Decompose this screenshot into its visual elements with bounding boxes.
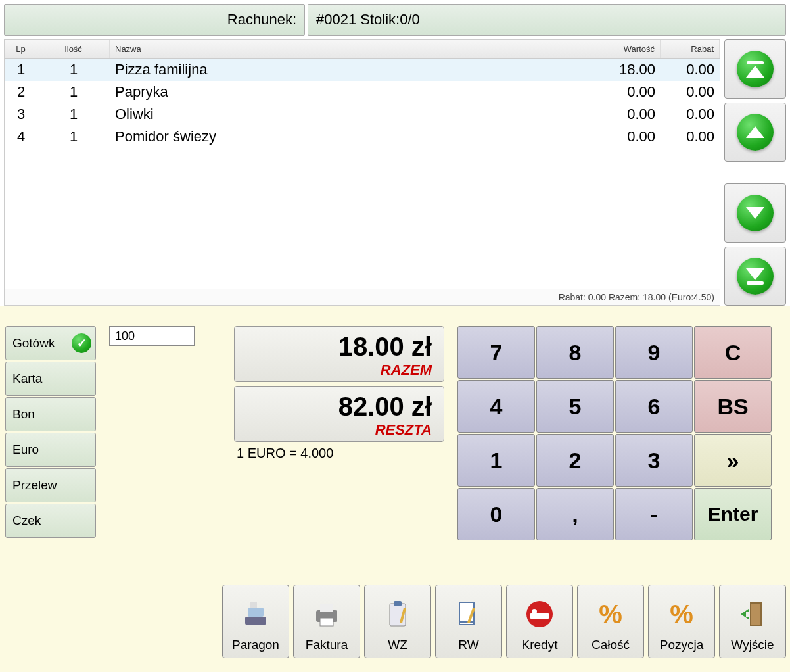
col-lp: Lp: [5, 40, 37, 58]
cash-register-icon: [237, 596, 274, 633]
col-wartosc: Wartość: [601, 40, 661, 58]
cell-nazwa: Oliwki: [110, 105, 601, 124]
total-razem-label: RAZEM: [246, 362, 432, 379]
payment-czek[interactable]: Czek: [5, 504, 96, 538]
total-reszta-label: RESZTA: [246, 421, 432, 439]
table-row[interactable]: 11Pizza familijna18.000.00: [5, 59, 720, 81]
key-backspace[interactable]: BS: [694, 380, 772, 433]
svg-point-14: [532, 609, 537, 614]
cell-lp: 3: [5, 105, 37, 124]
payment-bon[interactable]: Bon: [5, 397, 96, 431]
key-7[interactable]: 7: [457, 326, 535, 379]
key-9[interactable]: 9: [615, 326, 693, 379]
key-0[interactable]: 0: [457, 488, 535, 540]
euro-rate: 1 EURO = 4.000: [234, 446, 444, 461]
total-reszta: 82.00 zł RESZTA: [234, 386, 444, 442]
cell-lp: 1: [5, 60, 37, 80]
bill-info: #0021 Stolik:0/0: [308, 4, 786, 36]
cell-rabat: 0.00: [661, 82, 720, 102]
svg-rect-7: [394, 601, 402, 606]
action-label: Wyjście: [731, 638, 774, 652]
payment-label: Euro: [12, 443, 39, 457]
grid-footer: Rabat: 0.00 Razem: 18.00 (Euro:4.50): [4, 289, 720, 306]
key-5[interactable]: 5: [536, 380, 614, 433]
action-pozycja[interactable]: %Pozycja: [648, 585, 715, 658]
key-clear[interactable]: C: [694, 326, 772, 379]
bill-label: Rachunek:: [4, 4, 305, 36]
action-label: RW: [458, 638, 478, 652]
scroll-down-button[interactable]: [724, 183, 786, 243]
key-forward[interactable]: »: [694, 434, 772, 487]
table-row[interactable]: 21Papryka0.000.00: [5, 81, 720, 103]
key-3[interactable]: 3: [615, 434, 693, 487]
payment-label: Przelew: [12, 478, 57, 492]
svg-text:%: %: [670, 600, 693, 629]
cell-lp: 2: [5, 82, 37, 102]
bed-icon: [521, 596, 558, 633]
cell-wartosc: 0.00: [601, 127, 661, 147]
svg-rect-1: [248, 608, 264, 617]
scroll-top-button[interactable]: [724, 39, 786, 99]
percent-icon: %: [592, 596, 629, 633]
key-2[interactable]: 2: [536, 434, 614, 487]
action-buttons: ParagonFakturaWZRWKredyt%Całość%PozycjaW…: [222, 585, 786, 658]
cell-rabat: 0.00: [661, 127, 720, 147]
scroll-up-button[interactable]: [724, 103, 786, 162]
percent-icon: %: [663, 596, 700, 633]
action-faktura[interactable]: Faktura: [293, 585, 360, 658]
svg-rect-5: [320, 618, 333, 626]
cell-ilosc: 1: [37, 60, 110, 80]
svg-marker-19: [741, 609, 749, 619]
key-6[interactable]: 6: [615, 380, 693, 433]
total-reszta-value: 82.00 zł: [246, 392, 432, 421]
cell-rabat: 0.00: [661, 60, 720, 80]
total-razem: 18.00 zł RAZEM: [234, 326, 444, 382]
document-edit-icon: [450, 596, 487, 633]
payment-przelew[interactable]: Przelew: [5, 468, 96, 502]
key-1[interactable]: 1: [457, 434, 535, 487]
clipboard-icon: [379, 596, 416, 633]
key-dash[interactable]: -: [615, 488, 693, 540]
action-label: Paragon: [232, 638, 279, 652]
col-rabat: Rabat: [661, 40, 720, 58]
action-kredyt[interactable]: Kredyt: [506, 585, 573, 658]
cell-ilosc: 1: [37, 127, 110, 147]
cell-wartosc: 0.00: [601, 82, 661, 102]
cell-wartosc: 18.00: [601, 60, 661, 80]
action-wyjście[interactable]: Wyjście: [719, 585, 786, 658]
svg-rect-0: [245, 617, 266, 625]
action-label: Pozycja: [660, 638, 704, 652]
cell-nazwa: Pomidor świezy: [110, 127, 601, 147]
payment-methods: GotówkKartaBonEuroPrzelewCzek: [5, 326, 96, 660]
svg-text:%: %: [599, 600, 622, 629]
cell-nazwa: Papryka: [110, 82, 601, 102]
table-row[interactable]: 31Oliwki0.000.00: [5, 103, 720, 126]
cell-wartosc: 0.00: [601, 105, 661, 124]
payment-label: Czek: [12, 514, 41, 528]
key-8[interactable]: 8: [536, 326, 614, 379]
cell-nazwa: Pizza familijna: [110, 60, 601, 80]
svg-rect-2: [250, 602, 257, 608]
amount-input[interactable]: [109, 326, 195, 346]
key-comma[interactable]: ,: [536, 488, 614, 540]
action-całość[interactable]: %Całość: [577, 585, 644, 658]
action-paragon[interactable]: Paragon: [222, 585, 289, 658]
action-wz[interactable]: WZ: [364, 585, 431, 658]
total-razem-value: 18.00 zł: [246, 332, 432, 362]
cell-lp: 4: [5, 127, 37, 147]
payment-gotówk[interactable]: Gotówk: [5, 326, 96, 360]
payment-karta[interactable]: Karta: [5, 362, 96, 396]
payment-label: Gotówk: [12, 336, 55, 350]
cell-ilosc: 1: [37, 105, 110, 124]
col-ilosc: Ilość: [37, 40, 110, 58]
action-rw[interactable]: RW: [435, 585, 502, 658]
key-4[interactable]: 4: [457, 380, 535, 433]
payment-euro[interactable]: Euro: [5, 433, 96, 467]
svg-rect-18: [751, 604, 760, 625]
key-enter[interactable]: Enter: [694, 488, 772, 540]
table-row[interactable]: 41Pomidor świezy0.000.00: [5, 126, 720, 148]
payment-label: Bon: [12, 407, 35, 421]
grid-body[interactable]: 11Pizza familijna18.000.0021Papryka0.000…: [4, 59, 720, 289]
action-label: WZ: [388, 638, 407, 652]
scroll-bottom-button[interactable]: [724, 247, 786, 306]
